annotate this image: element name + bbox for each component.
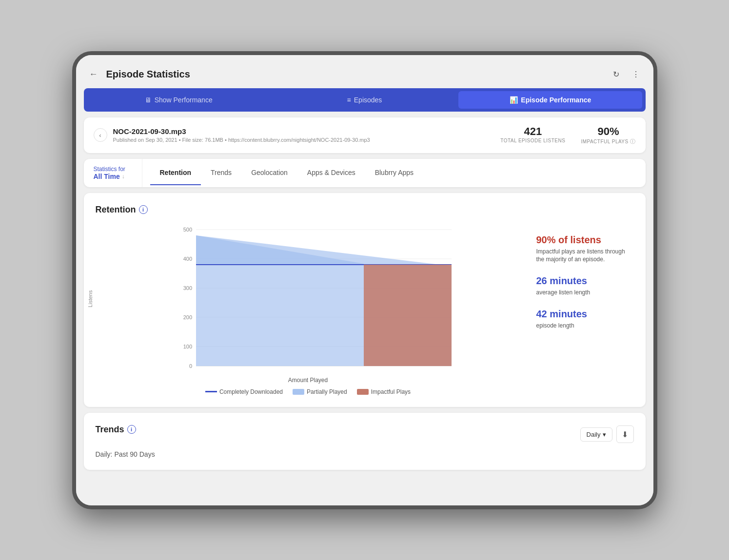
tab-episodes-label: Episodes	[354, 96, 382, 104]
cursor-icon: ↓	[122, 173, 125, 180]
chart-area: Listens 500 400 300 200 100 0	[96, 225, 521, 395]
trends-info-icon[interactable]: i	[127, 425, 136, 434]
page-header: ← Episode Statistics ↻ ⋮	[84, 63, 646, 88]
tab-show-performance-label: Show Performance	[155, 96, 213, 104]
back-button[interactable]: ←	[86, 67, 101, 82]
total-listens-stat: 421 TOTAL EPISODE LISTENS	[500, 125, 565, 145]
svg-text:400: 400	[183, 256, 192, 262]
back-icon: ←	[89, 69, 98, 79]
tab-show-performance[interactable]: 🖥 Show Performance	[87, 91, 271, 109]
more-button[interactable]: ⋮	[628, 67, 644, 82]
sub-tab-retention[interactable]: Retention	[150, 161, 201, 185]
tab-episode-performance-label: Episode Performance	[521, 96, 591, 104]
show-performance-icon: 🖥	[145, 96, 152, 104]
legend-impactful-plays: Impactful Plays	[357, 388, 411, 395]
episode-back-button[interactable]: ‹	[94, 128, 107, 142]
retention-layout: Listens 500 400 300 200 100 0	[96, 225, 634, 395]
episodes-icon: ≡	[347, 96, 351, 104]
header-left: ← Episode Statistics	[86, 67, 190, 82]
trends-daily-select[interactable]: Daily ▾	[580, 427, 612, 442]
total-listens-label: TOTAL EPISODE LISTENS	[500, 138, 565, 143]
svg-text:0: 0	[189, 363, 192, 369]
legend-partially-played: Partially Played	[293, 388, 347, 395]
trends-dropdown: Daily ▾ ⬇	[580, 425, 634, 443]
page-title: Episode Statistics	[106, 69, 190, 80]
stat2-value: 26 minutes	[536, 275, 634, 287]
x-axis-title: Amount Played	[96, 377, 521, 384]
y-axis-label: Listens	[87, 290, 93, 307]
episode-name: NOC-2021-09-30.mp3	[113, 127, 495, 135]
stat2-desc: average listen length	[536, 289, 634, 297]
episode-meta: Published on Sep 30, 2021 • File size: 7…	[113, 137, 495, 143]
stats-label-top: Statistics for	[94, 166, 132, 173]
trends-header: Trends i Daily ▾ ⬇	[96, 425, 634, 444]
retention-title: Retention i	[96, 205, 634, 215]
stats-label-box: Statistics for All Time ↓	[94, 159, 142, 187]
impactful-plays-info-icon: ⓘ	[630, 138, 636, 144]
svg-text:32:00: 32:00	[357, 370, 371, 371]
episode-performance-icon: 📊	[510, 96, 518, 104]
trends-download-button[interactable]: ⬇	[616, 425, 634, 443]
retention-card: Retention i Listens 500 400 300 200 10	[84, 193, 646, 407]
legend-fill-light-icon	[293, 389, 304, 395]
total-listens-value: 421	[500, 125, 565, 138]
svg-text:21:00: 21:00	[316, 370, 330, 371]
stat3-desc: episode length	[536, 322, 634, 330]
chart-legend: Completely Downloaded Partially Played I…	[96, 388, 521, 395]
stats-label-bottom: All Time ↓	[94, 173, 132, 180]
more-icon: ⋮	[632, 70, 640, 79]
stat1-desc: Impactful plays are listens through the …	[536, 248, 634, 264]
sub-tab-trends[interactable]: Trends	[201, 161, 241, 185]
retention-stat-2: 26 minutes average listen length	[536, 275, 634, 297]
download-icon: ⬇	[622, 430, 628, 439]
episode-stats: 421 TOTAL EPISODE LISTENS 90% IMPACTFUL …	[500, 125, 635, 145]
svg-text:42:00: 42:00	[445, 370, 458, 371]
retention-chart: 500 400 300 200 100 0	[119, 225, 521, 371]
impactful-plays-stat: 90% IMPACTFUL PLAYS ⓘ	[581, 125, 635, 145]
sub-tabs-card: Statistics for All Time ↓ Retention Tren…	[84, 159, 646, 187]
retention-stat-1: 90% of listens Impactful plays are liste…	[536, 234, 634, 264]
svg-text:300: 300	[183, 285, 192, 291]
trends-title: Trends i	[96, 425, 136, 435]
device-frame: ← Episode Statistics ↻ ⋮ 🖥 Show Performa…	[72, 51, 657, 509]
episode-card: ‹ NOC-2021-09-30.mp3 Published on Sep 30…	[84, 117, 646, 153]
stat1-value: 90% of listens	[536, 234, 634, 246]
legend-fill-brown-icon	[357, 389, 369, 395]
tab-episodes[interactable]: ≡ Episodes	[273, 91, 456, 109]
tab-episode-performance[interactable]: 📊 Episode Performance	[458, 91, 642, 109]
svg-text:11:00: 11:00	[253, 370, 266, 371]
svg-text:200: 200	[183, 314, 192, 320]
svg-text:500: 500	[183, 227, 192, 232]
impactful-plays-label: IMPACTFUL PLAYS ⓘ	[581, 138, 635, 145]
impactful-plays-value: 90%	[581, 125, 635, 138]
retention-info-icon[interactable]: i	[139, 205, 148, 214]
legend-line-icon	[205, 391, 217, 392]
trends-card: Trends i Daily ▾ ⬇ Daily: Past 90 Days	[84, 413, 646, 470]
main-tab-bar: 🖥 Show Performance ≡ Episodes 📊 Episode …	[84, 88, 646, 112]
screen: ← Episode Statistics ↻ ⋮ 🖥 Show Performa…	[76, 55, 653, 505]
episode-back-icon: ‹	[99, 132, 101, 139]
sub-tab-geolocation[interactable]: Geolocation	[241, 161, 297, 185]
refresh-icon: ↻	[613, 70, 619, 79]
sub-tab-blubrry-apps[interactable]: Blubrry Apps	[365, 161, 423, 185]
refresh-button[interactable]: ↻	[609, 67, 624, 82]
legend-completely-downloaded: Completely Downloaded	[205, 388, 283, 395]
svg-rect-15	[364, 265, 452, 366]
stat3-value: 42 minutes	[536, 309, 634, 320]
svg-text:100: 100	[183, 344, 192, 349]
trends-subtitle: Daily: Past 90 Days	[96, 450, 634, 458]
dropdown-arrow: ▾	[603, 431, 606, 438]
episode-info: NOC-2021-09-30.mp3 Published on Sep 30, …	[113, 127, 495, 143]
sub-tab-apps-devices[interactable]: Apps & Devices	[297, 161, 365, 185]
retention-stats: 90% of listens Impactful plays are liste…	[536, 225, 634, 395]
retention-stat-3: 42 minutes episode length	[536, 309, 634, 330]
svg-text:1:00: 1:00	[191, 370, 201, 371]
header-right: ↻ ⋮	[609, 67, 644, 82]
